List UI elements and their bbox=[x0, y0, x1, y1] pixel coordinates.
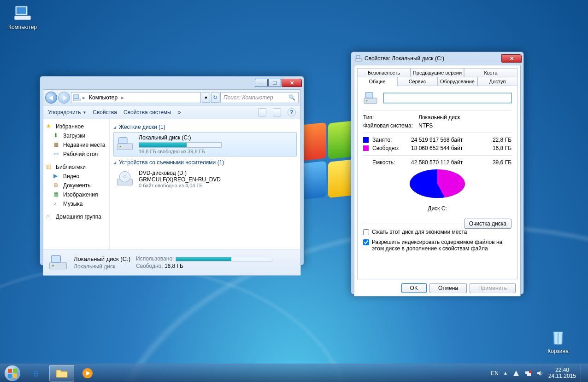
desktop-icon: ▭ bbox=[53, 150, 61, 158]
svg-rect-14 bbox=[355, 58, 362, 61]
disk-cleanup-button[interactable]: Очистка диска bbox=[464, 219, 512, 229]
svg-rect-5 bbox=[117, 144, 132, 150]
close-button[interactable]: ✕ bbox=[282, 79, 302, 87]
properties-dialog: Свойства: Локальный диск (C:) ✕ Безопасн… bbox=[351, 52, 524, 295]
toolbar-overflow[interactable]: » bbox=[178, 109, 181, 116]
index-checkbox-row[interactable]: Разрешить индексировать содержимое файло… bbox=[363, 237, 512, 254]
nav-homegroup[interactable]: ⌂Домашняя группа bbox=[44, 212, 108, 221]
properties-titlebar[interactable]: Свойства: Локальный диск (C:) ✕ bbox=[351, 52, 523, 65]
close-button[interactable]: ✕ bbox=[501, 54, 522, 63]
libraries-icon: ▥ bbox=[46, 163, 53, 171]
help-icon[interactable]: ? bbox=[288, 108, 296, 116]
hdd-icon bbox=[48, 252, 68, 272]
disk-usage-pie bbox=[410, 169, 465, 203]
computer-icon bbox=[73, 94, 81, 101]
nav-forward-button[interactable] bbox=[58, 92, 70, 104]
ie-icon: e bbox=[33, 367, 39, 379]
search-placeholder: Поиск: Компьютер bbox=[223, 94, 286, 101]
nav-recent[interactable]: ▦Недавние места bbox=[44, 140, 108, 150]
taskbar-wmp[interactable] bbox=[75, 365, 100, 382]
breadcrumb-segment[interactable]: Компьютер bbox=[87, 94, 119, 101]
cancel-button[interactable]: Отмена bbox=[429, 283, 467, 293]
nav-downloads[interactable]: ⬇Загрузки bbox=[44, 131, 108, 140]
explorer-content: Жесткие диски (1) Локальный диск (C:) 16… bbox=[110, 119, 300, 249]
action-center-icon[interactable] bbox=[512, 370, 520, 377]
apply-button[interactable]: Применить bbox=[470, 283, 516, 293]
search-input[interactable]: Поиск: Компьютер 🔍 bbox=[220, 92, 299, 103]
drive-subtext: 16,8 ГБ свободно из 39,6 ГБ bbox=[139, 149, 294, 154]
index-checkbox[interactable] bbox=[363, 239, 369, 245]
taskbar: e EN ▲ 22:40 24.11.2015 bbox=[0, 364, 588, 382]
drive-c[interactable]: Локальный диск (C:) 16,8 ГБ свободно из … bbox=[113, 132, 297, 156]
system-tray: EN ▲ 22:40 24.11.2015 bbox=[491, 365, 586, 382]
view-options-button[interactable] bbox=[258, 108, 266, 116]
taskbar-clock[interactable]: 22:40 24.11.2015 bbox=[548, 367, 576, 379]
breadcrumb-dropdown[interactable]: ▾ bbox=[202, 93, 210, 103]
show-desktop-button[interactable] bbox=[581, 365, 584, 382]
svg-point-17 bbox=[366, 100, 368, 102]
nav-libraries[interactable]: ▥Библиотеки bbox=[44, 162, 108, 172]
svg-rect-15 bbox=[356, 56, 360, 58]
explorer-window: ─ ☐ ✕ ▸ Компьютер ▸ ▾ ↻ Поиск: Компьютер… bbox=[40, 76, 304, 266]
windows-orb-icon bbox=[5, 365, 20, 381]
volume-icon[interactable] bbox=[536, 370, 544, 377]
tab-sharing[interactable]: Доступ bbox=[477, 77, 517, 86]
explorer-titlebar[interactable]: ─ ☐ ✕ bbox=[40, 76, 304, 89]
hdd-icon bbox=[116, 134, 134, 153]
tab-tools[interactable]: Сервис bbox=[397, 77, 437, 86]
tab-security[interactable]: Безопасность bbox=[357, 68, 411, 77]
svg-rect-13 bbox=[51, 255, 60, 262]
organize-menu[interactable]: Упорядочить ▼ bbox=[48, 109, 86, 116]
details-usage-bar bbox=[176, 257, 272, 261]
svg-point-22 bbox=[529, 370, 532, 373]
capacity-row: Емкость: 42 580 570 112 байт 39,6 ГБ bbox=[363, 158, 512, 167]
svg-point-12 bbox=[52, 265, 54, 267]
free-space-row: Свободно: 18 060 652 544 байт 16,8 ГБ bbox=[363, 144, 512, 152]
refresh-button[interactable]: ↻ bbox=[211, 93, 219, 103]
nav-video[interactable]: ▶Видео bbox=[44, 172, 108, 181]
maximize-button[interactable]: ☐ bbox=[268, 79, 281, 87]
used-color-swatch bbox=[363, 137, 369, 143]
tab-general[interactable]: Общие bbox=[357, 77, 397, 86]
minimize-button[interactable]: ─ bbox=[255, 79, 268, 87]
search-icon: 🔍 bbox=[288, 94, 295, 101]
computer-icon bbox=[13, 4, 32, 23]
details-type: Локальный диск bbox=[74, 263, 130, 270]
desktop-icon-computer[interactable]: Компьютер bbox=[6, 4, 40, 30]
desktop-icon-label: Корзина bbox=[541, 348, 575, 354]
system-properties-button[interactable]: Свойства системы bbox=[123, 109, 171, 116]
tab-previous-versions[interactable]: Предыдущие версии bbox=[411, 68, 464, 77]
breadcrumb[interactable]: ▸ Компьютер ▸ bbox=[71, 92, 201, 103]
taskbar-ie[interactable]: e bbox=[24, 365, 48, 382]
volume-label-input[interactable] bbox=[383, 93, 512, 103]
recycle-bin-icon bbox=[548, 328, 568, 347]
network-icon[interactable] bbox=[524, 370, 532, 377]
compress-checkbox[interactable] bbox=[363, 229, 369, 235]
nav-favorites[interactable]: ★Избранное bbox=[44, 122, 108, 131]
wmp-icon bbox=[82, 368, 93, 379]
properties-button[interactable]: Свойства bbox=[93, 109, 117, 116]
tab-hardware[interactable]: Оборудование bbox=[437, 77, 477, 86]
taskbar-explorer[interactable] bbox=[49, 365, 74, 382]
tab-panel-general: Тип:Локальный диск Файловая система:NTFS… bbox=[357, 86, 517, 279]
preview-pane-button[interactable] bbox=[273, 108, 281, 116]
group-removable[interactable]: Устройства со съемными носителями (1) bbox=[113, 156, 297, 168]
nav-music[interactable]: ♪Музыка bbox=[44, 199, 108, 208]
drive-d[interactable]: DVD-дисковод (D:) GRMCULF(X)REO_EN-RU_DV… bbox=[113, 168, 297, 191]
ok-button[interactable]: OK bbox=[401, 283, 427, 293]
language-indicator[interactable]: EN bbox=[491, 370, 499, 376]
group-hdd[interactable]: Жесткие диски (1) bbox=[113, 121, 297, 132]
show-hidden-icon[interactable]: ▲ bbox=[503, 370, 508, 376]
tab-quota[interactable]: Квота bbox=[464, 68, 517, 77]
nav-pictures[interactable]: ▦Изображения bbox=[44, 190, 108, 199]
start-button[interactable] bbox=[2, 365, 23, 382]
drive-subtext: 0 байт свободно из 4,04 ГБ bbox=[139, 183, 294, 188]
desktop-icon-recycle[interactable]: Корзина bbox=[541, 328, 575, 354]
nav-desktop[interactable]: ▭Рабочий стол bbox=[44, 150, 108, 159]
nav-back-button[interactable] bbox=[45, 92, 57, 104]
refresh-icon: ↻ bbox=[213, 94, 218, 101]
svg-rect-1 bbox=[17, 7, 26, 14]
nav-documents[interactable]: 🗎Документы bbox=[44, 181, 108, 190]
documents-icon: 🗎 bbox=[53, 182, 61, 189]
star-icon: ★ bbox=[46, 123, 53, 130]
